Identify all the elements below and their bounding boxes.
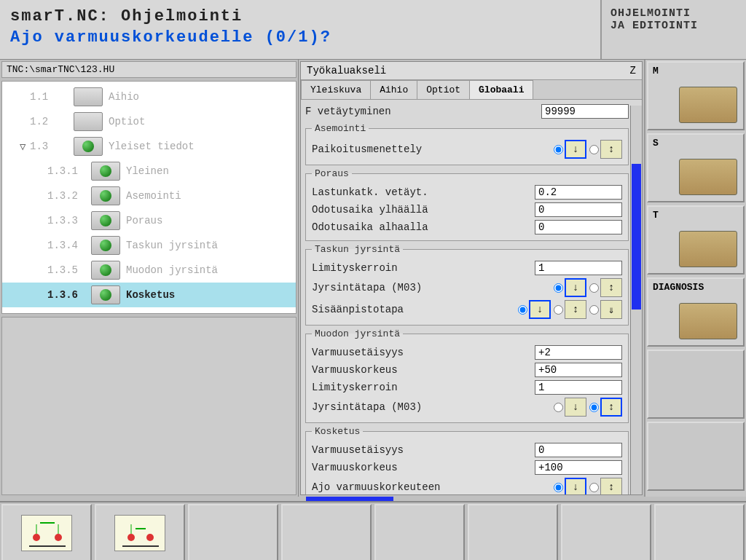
radio-button[interactable] [554,403,563,412]
tab-aihio[interactable]: Aihio [370,80,417,99]
tree-item-1.3.2[interactable]: 1.3.2Asemointi [2,184,296,208]
radio-set: ↓↕ [554,278,622,297]
radio-button[interactable] [589,145,599,154]
radio-option[interactable]: ↕ [589,140,622,159]
radio-icon: ↓ [565,140,586,159]
param-label: Jyrsintätapa (M03) [312,282,554,293]
tab-optiot[interactable]: Optiot [417,80,470,99]
radio-option[interactable]: ↕ [589,278,622,297]
param-input[interactable] [541,104,629,119]
softkey-7[interactable] [561,504,651,560]
side-button-empty-4[interactable] [647,350,745,419]
box-icon [74,87,103,106]
mode-line2: JA EDITOINTI [610,20,737,32]
side-button-S[interactable]: S [647,133,745,202]
tree-item-1.1[interactable]: 1.1Aihio [2,84,296,109]
list-icon [74,112,103,131]
tree-item-1.3.1[interactable]: 1.3.1Yleinen [2,159,296,184]
param-input[interactable] [535,345,622,360]
radio-option[interactable]: ⇓ [589,300,622,319]
param-input[interactable] [535,185,622,200]
program-tree[interactable]: 1.1Aihio1.2Optiot▽1.3Yleiset tiedot1.3.1… [1,81,297,314]
tabs-row: YleiskuvaAihioOptiotGlobaali [301,80,642,100]
radio-option[interactable]: ↓ [518,300,551,319]
softkey-3[interactable] [188,504,278,560]
radio-button[interactable] [554,283,563,293]
radio-button[interactable] [589,403,599,412]
side-graphic-icon [679,87,737,123]
radio-button[interactable] [589,283,599,293]
radio-option[interactable]: ↕ [554,300,586,319]
param-input[interactable] [535,261,622,275]
param-input[interactable] [535,220,622,234]
param-input[interactable] [535,443,622,457]
param-input[interactable] [535,202,622,217]
param-label: Odotusaika alhaalla [312,221,535,233]
radio-set: ↓↕⇓ [518,300,622,319]
radio-set: ↓↕ [554,478,622,494]
tab-yleiskuva[interactable]: Yleiskuva [301,80,371,99]
radio-button[interactable] [589,305,599,315]
scroll-thumb[interactable] [632,164,641,309]
side-button-T[interactable]: T [647,205,745,275]
radio-option[interactable]: ↕ [589,398,622,417]
scrollbar[interactable] [630,106,642,494]
radio-icon: ↕ [565,300,586,319]
radio-option[interactable]: ↓ [554,478,586,494]
radio-option[interactable]: ↓ [554,398,586,417]
tree-num: 1.3.2 [47,190,91,202]
param-row: Varmuusetäisyys [312,441,622,459]
tree-num: 1.3 [30,141,74,152]
side-graphic-icon [679,159,737,195]
param-label: Paikoitusmenettely [312,143,554,155]
header: smarT.NC: Ohjelmointi Ajo varmuuskorkeud… [0,0,746,60]
radio-icon: ⇓ [600,300,622,319]
radio-button[interactable] [554,305,563,315]
radio-option[interactable]: ↓ [554,140,586,159]
param-input[interactable] [535,380,622,395]
globe-icon [91,261,120,280]
param-row: Jyrsintätapa (M03)↓↕ [312,396,622,418]
param-input[interactable] [535,363,622,377]
file-path: TNC:\smarTNC\123.HU [1,61,297,78]
softkey-2[interactable] [95,504,185,560]
tree-num: 1.3.6 [47,289,91,301]
radio-option[interactable]: ↓ [554,278,586,297]
side-label: S [653,138,659,149]
radio-option[interactable]: ↕ [589,478,622,494]
tab-globaali[interactable]: Globaali [469,80,533,99]
softkey-8[interactable] [654,504,745,560]
tree-item-1.2[interactable]: 1.2Optiot [2,109,296,134]
radio-set: ↓↕ [554,140,622,159]
tree-item-1.3.5[interactable]: 1.3.5Muodon jyrsintä [2,258,296,283]
side-button-empty-5[interactable] [647,422,745,491]
radio-button[interactable] [518,305,527,315]
group-asemointi: AsemointiPaikoitusmenettely↓↕ [305,123,629,165]
softkey-4[interactable] [281,504,372,560]
softkey-6[interactable] [468,504,558,560]
side-button-DIAGNOSIS[interactable]: DIAGNOSIS [647,277,745,347]
radio-button[interactable] [554,483,563,492]
group-poraus: PorausLastunkatk. vetäyt.Odotusaika ylhä… [305,168,629,241]
softkey-1[interactable] [1,504,92,560]
side-button-M[interactable]: M [647,61,745,130]
tree-label: Yleinen [126,165,169,177]
params-scroll[interactable]: F vetäytyminenAsemointiPaikoitusmenettel… [301,100,642,494]
tree-label: Yleiset tiedot [109,141,195,152]
param-row: Limityskerroin [312,259,622,277]
softkey-5[interactable] [374,504,465,560]
radio-button[interactable] [554,145,563,154]
tree-item-1.3.4[interactable]: 1.3.4Taskun jyrsintä [2,233,296,258]
tree-item-1.3[interactable]: ▽1.3Yleiset tiedot [2,134,296,159]
group-legend: Taskun jyrsintä [312,244,403,255]
param-input[interactable] [535,460,622,475]
param-label: Odotusaika ylhäällä [312,204,535,216]
radio-button[interactable] [589,483,599,492]
globe-icon [91,285,120,304]
right-sidebar: MSTDIAGNOSIS [644,60,746,497]
tree-item-1.3.3[interactable]: 1.3.3Poraus [2,208,296,233]
radio-icon: ↓ [565,278,586,297]
svg-point-1 [33,534,40,541]
tree-item-1.3.6[interactable]: 1.3.6Kosketus [2,283,296,307]
param-row: Odotusaika ylhäällä [312,201,622,218]
